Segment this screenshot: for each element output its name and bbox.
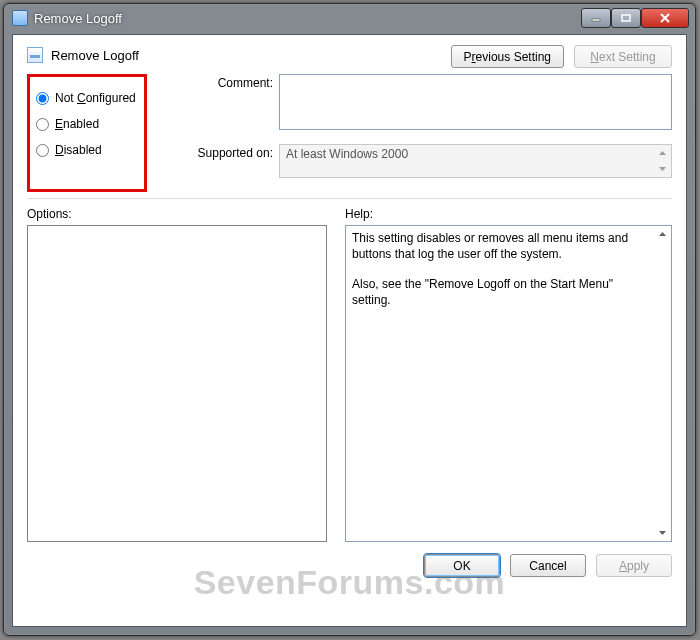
scroll-up-icon: [654, 145, 671, 161]
radio-enabled[interactable]: [36, 118, 49, 131]
help-panel: This setting disables or removes all men…: [345, 225, 672, 542]
policy-icon: [27, 47, 43, 63]
options-label: Options:: [27, 207, 327, 221]
scroll-down-icon: [654, 525, 671, 541]
state-radio-group: Not Configured Enabled Disabled: [27, 74, 147, 192]
svg-rect-0: [592, 19, 600, 21]
comment-label: Comment:: [177, 74, 279, 90]
supported-on-scrollbar: [654, 145, 671, 177]
window-controls: [581, 8, 689, 28]
maximize-button[interactable]: [611, 8, 641, 28]
comment-textarea[interactable]: [279, 74, 672, 130]
radio-disabled[interactable]: [36, 144, 49, 157]
help-text-2: Also, see the "Remove Logoff on the Star…: [352, 276, 651, 308]
radio-disabled-label[interactable]: Disabled: [55, 143, 102, 157]
apply-button: Apply: [596, 554, 672, 577]
radio-not-configured-label[interactable]: Not Configured: [55, 91, 136, 105]
window-title: Remove Logoff: [34, 11, 581, 26]
ok-button[interactable]: OK: [424, 554, 500, 577]
close-button[interactable]: [641, 8, 689, 28]
cancel-button[interactable]: Cancel: [510, 554, 586, 577]
supported-on-label: Supported on:: [177, 144, 279, 160]
scroll-down-icon: [654, 161, 671, 177]
radio-not-configured[interactable]: [36, 92, 49, 105]
scroll-up-icon: [654, 226, 671, 242]
help-scrollbar: [654, 226, 671, 541]
titlebar[interactable]: Remove Logoff: [4, 4, 695, 32]
svg-rect-1: [622, 15, 630, 21]
supported-on-value: At least Windows 2000: [279, 144, 672, 178]
window-frame: Remove Logoff Remove Logoff Previous Set…: [3, 3, 696, 636]
policy-name: Remove Logoff: [51, 48, 139, 63]
help-text-1: This setting disables or removes all men…: [352, 230, 651, 262]
radio-enabled-label[interactable]: Enabled: [55, 117, 99, 131]
divider: [27, 198, 672, 199]
minimize-button[interactable]: [581, 8, 611, 28]
options-panel: [27, 225, 327, 542]
next-setting-button: Next Setting: [574, 45, 672, 68]
previous-setting-button[interactable]: Previous Setting: [451, 45, 564, 68]
help-label: Help:: [345, 207, 672, 221]
client-area: Remove Logoff Previous Setting Next Sett…: [12, 34, 687, 627]
app-icon: [12, 10, 28, 26]
